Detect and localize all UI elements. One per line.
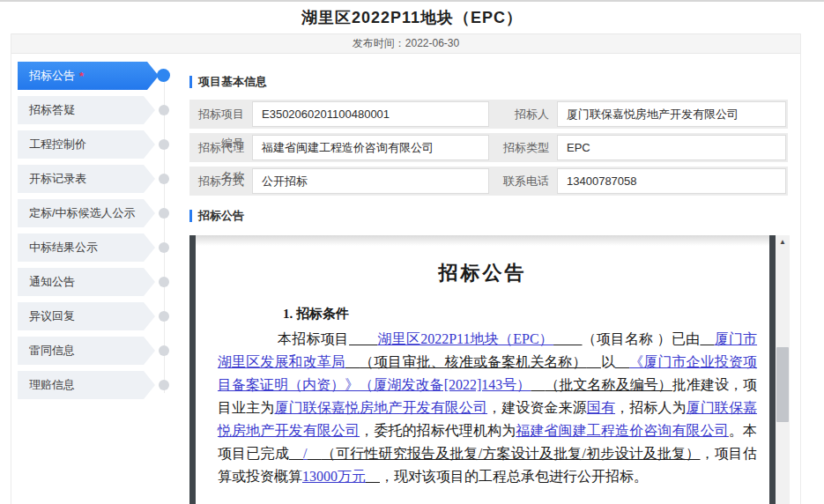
document-text — [307, 446, 321, 461]
field-value: E3502060201100480001 — [252, 101, 489, 127]
table-row: 招标代理名称福建省闽建工程造价咨询有限公司招标类型EPC — [189, 133, 788, 162]
document-text: （项目名称 ）已由 — [583, 331, 701, 346]
document-text — [349, 331, 377, 346]
publish-time: 发布时间：2022-06-30 — [11, 33, 800, 54]
document-section-heading: 1. 招标条件 — [283, 306, 769, 322]
sidebar-item-label: 通知公告 — [29, 274, 75, 290]
page-header: 湖里区2022P11地块（EPC） — [0, 0, 824, 33]
scroll-up-icon[interactable]: ▲ — [776, 235, 790, 248]
sidebar-item-6[interactable]: 通知公告 — [18, 268, 155, 296]
field-value: EPC — [557, 135, 786, 160]
timeline-dot — [159, 105, 169, 115]
document-text: 以 — [601, 354, 615, 369]
document-title: 招标公告 — [196, 260, 769, 286]
sidebar-row: 定标/中标候选人公示 — [11, 199, 188, 227]
document-text — [366, 469, 380, 484]
viewer-left-edge — [189, 235, 196, 504]
sidebar-item-label: 异议回复 — [29, 308, 75, 324]
sidebar-item-label: 工程控制价 — [29, 137, 86, 152]
sidebar-item-1[interactable]: 招标答疑 — [18, 96, 155, 124]
field-label: 联系电话 — [489, 167, 557, 196]
document-text — [700, 331, 714, 346]
section-accent-bar — [189, 76, 192, 88]
sidebar-row: 招标公告* — [11, 62, 188, 90]
section-header-announcement: 招标公告 — [189, 209, 788, 223]
page-title: 湖里区2022P11地块（EPC） — [301, 7, 523, 28]
field-label: 招标类型 — [489, 133, 557, 162]
table-row: 招标项目编号E3502060201100480001招标人厦门联保嘉悦房地产开发… — [189, 100, 788, 129]
sidebar-item-4[interactable]: 定标/中标候选人公示 — [18, 199, 155, 227]
sidebar-item-8[interactable]: 雷同信息 — [18, 337, 155, 365]
document-scrollbar[interactable]: ▲ — [776, 235, 790, 504]
main-panel: 项目基本信息 招标项目编号E3502060201100480001招标人厦门联保… — [188, 62, 800, 504]
sidebar-row: 开标记录表 — [11, 165, 188, 193]
document-text: 本招标项目 — [278, 331, 349, 346]
timeline-dot — [159, 208, 169, 219]
document-paragraph: 本招标项目 湖里区2022P11地块（EPC） （项目名称 ）已由 厦门市湖里区… — [218, 328, 757, 488]
document-link[interactable]: 13000万元 — [302, 469, 366, 484]
document-link[interactable]: 福建省闽建工程造价咨询有限公司 — [516, 423, 729, 438]
section-accent-bar — [189, 210, 192, 222]
document-text: （可行性研究报告及批复/方案设计及批复/初步设计及批复） — [322, 446, 701, 461]
sidebar-item-0[interactable]: 招标公告* — [18, 62, 159, 90]
document-link[interactable]: 厦门联保嘉悦房地产开发有限公司 — [274, 400, 487, 415]
sidebar-item-label: 招标公告 — [29, 68, 75, 84]
field-label: 招标代理名称 — [189, 133, 252, 162]
sidebar-row: 异议回复 — [11, 302, 188, 330]
sidebar-item-label: 招标答疑 — [29, 102, 75, 118]
timeline-dot — [159, 380, 169, 390]
document-link[interactable]: 湖里区2022P11地块（EPC） — [378, 331, 554, 346]
timeline-dot — [159, 311, 169, 322]
sidebar-item-7[interactable]: 异议回复 — [18, 302, 155, 330]
sidebar-item-label: 定标/中标候选人公示 — [29, 205, 136, 221]
timeline-dot — [159, 345, 169, 356]
scrollbar-thumb[interactable] — [776, 347, 789, 422]
document-text: ，委托的招标代理机构为 — [360, 423, 516, 438]
sidebar-row: 工程控制价 — [11, 130, 188, 159]
document-viewer[interactable]: 招标公告 1. 招标条件 本招标项目 湖里区2022P11地块（EPC） （项目… — [189, 235, 790, 504]
sidebar-row: 招标答疑 — [11, 96, 188, 124]
table-row: 招标方式公开招标联系电话13400787058 — [189, 167, 788, 196]
field-label: 招标方式 — [189, 167, 252, 196]
sidebar-item-label: 开标记录表 — [29, 171, 86, 187]
sidebar-nav: 招标公告*招标答疑工程控制价开标记录表定标/中标候选人公示中标结果公示通知公告异… — [11, 62, 188, 504]
sidebar-row: 雷同信息 — [11, 337, 188, 365]
sidebar-item-3[interactable]: 开标记录表 — [18, 165, 155, 193]
sidebar-item-label: 理赔信息 — [29, 377, 75, 393]
field-value: 13400787058 — [557, 168, 786, 194]
sidebar-row: 理赔信息 — [11, 371, 188, 399]
sidebar-item-2[interactable]: 工程控制价 — [18, 130, 155, 159]
sidebar-row: 中标结果公示 — [11, 233, 188, 262]
field-value: 公开招标 — [252, 168, 489, 194]
document-text — [345, 354, 360, 369]
document-text: ，招标人为 — [615, 400, 687, 415]
document-text: （项目审批、核准或备案机关名称） — [360, 354, 587, 369]
timeline-dot — [159, 277, 169, 287]
field-label: 招标项目编号 — [189, 100, 252, 129]
sidebar-row: 通知公告 — [11, 268, 188, 296]
field-label: 招标人 — [489, 100, 557, 129]
field-value: 福建省闽建工程造价咨询有限公司 — [252, 135, 489, 160]
document-text: ，建设资金来源 — [487, 400, 587, 415]
section-title: 招标公告 — [198, 208, 244, 224]
document-text — [553, 331, 582, 346]
content-card: 发布时间：2022-06-30 招标公告*招标答疑工程控制价开标记录表定标/中标… — [11, 33, 801, 504]
document-text: ，现对该项目的工程总承包进行公开招标。 — [380, 469, 648, 484]
required-asterisk: * — [79, 70, 84, 83]
document-text — [531, 377, 545, 392]
document-page: 招标公告 1. 招标条件 本招标项目 湖里区2022P11地块（EPC） （项目… — [196, 235, 769, 504]
viewer-right-edge — [769, 235, 776, 504]
sidebar-item-9[interactable]: 理赔信息 — [18, 371, 155, 399]
sidebar-item-5[interactable]: 中标结果公示 — [18, 233, 155, 262]
sidebar-item-label: 雷同信息 — [29, 343, 75, 359]
section-header-basic-info: 项目基本信息 — [189, 75, 788, 89]
timeline-dot — [157, 69, 170, 82]
timeline-dot — [159, 139, 169, 150]
document-text — [615, 354, 629, 369]
document-text — [587, 354, 601, 369]
document-link[interactable]: 国有 — [587, 400, 615, 415]
field-value: 厦门联保嘉悦房地产开发有限公司 — [557, 101, 786, 127]
basic-info-table: 招标项目编号E3502060201100480001招标人厦门联保嘉悦房地产开发… — [188, 100, 788, 196]
timeline-dot — [159, 242, 169, 253]
section-title: 项目基本信息 — [198, 74, 267, 90]
